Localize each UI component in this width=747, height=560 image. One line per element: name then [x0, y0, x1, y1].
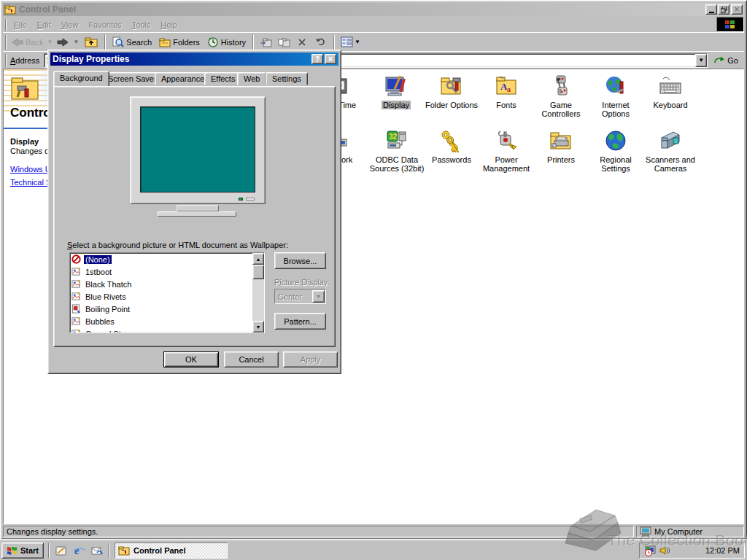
folders-icon [159, 37, 171, 47]
history-icon [207, 36, 219, 47]
cp-icon-keyboard[interactable]: Keyboard [649, 74, 692, 109]
picture-display-combobox[interactable]: Center ▼ [274, 289, 326, 304]
background-tab-page: Select a background picture or HTML docu… [53, 86, 336, 347]
forward-dropdown-chevron[interactable]: ▼ [71, 37, 81, 47]
restore-button[interactable] [718, 4, 729, 15]
dialog-titlebar[interactable]: Display Properties ? × [50, 52, 338, 66]
toolbar-grip[interactable] [5, 35, 7, 50]
quicklaunch-outlook-express[interactable] [88, 543, 104, 558]
address-grip[interactable] [5, 54, 7, 67]
minimize-button[interactable] [705, 4, 717, 15]
tab-background[interactable]: Background [53, 71, 109, 86]
wallpaper-item[interactable]: 1stboot [70, 265, 264, 278]
scroll-down-button[interactable]: ▼ [252, 321, 264, 332]
volume-icon[interactable] [659, 545, 670, 556]
back-dropdown-chevron[interactable]: ▼ [44, 37, 55, 47]
folders-button[interactable]: Folders [155, 36, 204, 49]
cp-icon-passwords[interactable]: Passwords [425, 129, 478, 164]
tab-web[interactable]: Web [237, 72, 266, 85]
display-settings-tray-icon[interactable] [644, 545, 657, 556]
tab-screen-saver[interactable]: Screen Saver [101, 72, 163, 85]
wallpaper-item[interactable]: Black Thatch [70, 278, 264, 290]
views-icon [341, 36, 353, 47]
history-label: History [221, 38, 246, 47]
cp-icon-scanners-cameras[interactable]: Scanners and Cameras [641, 129, 700, 173]
undo-button[interactable] [311, 36, 330, 48]
menu-tools[interactable]: Tools [127, 19, 156, 31]
task-label: Control Panel [133, 546, 186, 555]
help-button[interactable]: ? [311, 54, 323, 64]
up-button[interactable] [81, 35, 101, 49]
cp-icon-folder-options[interactable]: Folder Options [418, 74, 485, 109]
bitmap-icon [71, 316, 81, 326]
quicklaunch-show-desktop[interactable] [53, 543, 69, 558]
wallpaper-item[interactable]: Boiling Point [70, 303, 264, 315]
tab-appearance[interactable]: Appearance [155, 72, 211, 85]
windows-logo-throbber [716, 17, 744, 32]
forward-arrow-icon [57, 37, 69, 47]
cp-icon-fonts[interactable]: Aa Fonts [492, 74, 521, 109]
wallpaper-item-none[interactable]: (None) [70, 253, 264, 265]
cp-icon-power-management[interactable]: Power Management [477, 129, 535, 173]
tab-settings[interactable]: Settings [266, 72, 308, 85]
cp-icon-printers[interactable]: Printers [542, 129, 580, 164]
cp-icon-game-controllers[interactable]: Game Controllers [537, 74, 585, 118]
scroll-thumb[interactable] [252, 265, 264, 279]
wallpaper-item[interactable]: Bubbles [70, 315, 264, 327]
windows-flag-icon [7, 545, 18, 556]
menu-help[interactable]: Help [155, 19, 182, 31]
menu-grip[interactable] [5, 19, 7, 31]
cp-icon-display[interactable]: Display [374, 74, 418, 109]
clock[interactable]: 12:02 PM [705, 546, 740, 555]
delete-button[interactable] [293, 36, 311, 48]
monitor-preview-screen [140, 106, 255, 192]
combobox-dropdown-icon[interactable]: ▼ [312, 290, 325, 303]
go-button[interactable]: Go [708, 55, 744, 65]
forward-button[interactable] [55, 36, 71, 49]
cp-icon-regional-settings[interactable]: Regional Settings [595, 129, 637, 173]
search-icon [112, 36, 124, 47]
copy-to-icon [278, 37, 290, 47]
copy-to-button[interactable] [275, 36, 293, 49]
picture-display-value: Center [275, 292, 312, 301]
menu-view[interactable]: View [56, 19, 84, 31]
menu-file[interactable]: File [9, 19, 32, 31]
quicklaunch-internet-explorer[interactable]: e [71, 543, 87, 558]
wallpaper-item[interactable]: Carved Stone [70, 327, 264, 333]
menu-favorites[interactable]: Favorites [83, 19, 126, 31]
pattern-button[interactable]: Pattern... [274, 313, 326, 330]
browse-button[interactable]: Browse... [274, 252, 326, 269]
tab-effects[interactable]: Effects [204, 72, 241, 85]
power-management-icon [495, 129, 518, 152]
wallpaper-listbox[interactable]: (None) 1stboot Black Thatch Blue Rivets … [69, 252, 265, 333]
cancel-button[interactable]: Cancel [224, 351, 279, 368]
history-button[interactable]: History [204, 35, 249, 49]
bitmap-icon [71, 329, 81, 333]
back-button[interactable]: Back [9, 36, 44, 49]
views-button[interactable]: ▼ [338, 35, 363, 49]
up-folder-icon [85, 36, 98, 47]
svg-text:32: 32 [389, 133, 398, 141]
toolbar: Back ▼ ▼ Search Folders History [3, 32, 744, 51]
delete-x-icon [298, 38, 306, 47]
taskbar-task-control-panel[interactable]: Control Panel [115, 542, 228, 559]
menu-edit[interactable]: Edit [32, 19, 56, 31]
close-icon[interactable]: × [731, 4, 743, 15]
search-button[interactable]: Search [109, 35, 155, 49]
wallpaper-list-scrollbar[interactable]: ▲ ▼ [252, 253, 264, 332]
status-zone-panel: My Computer [636, 526, 744, 537]
ok-button[interactable]: OK [163, 351, 219, 368]
none-icon [71, 254, 81, 264]
cp-icon-internet-options[interactable]: Internet Options [594, 74, 638, 118]
move-to-button[interactable] [257, 36, 275, 49]
dialog-close-icon[interactable]: × [325, 54, 336, 64]
cp-icon-odbc[interactable]: 32 ODBC Data Sources (32bit) [365, 129, 428, 173]
scroll-up-button[interactable]: ▲ [252, 253, 264, 265]
address-dropdown-button[interactable]: ▼ [695, 54, 707, 67]
start-button[interactable]: Start [1, 542, 44, 559]
taskbar: Start e Control Panel 12:02 PM [0, 540, 747, 560]
taskbar-separator [48, 543, 50, 558]
go-arrow-icon [713, 55, 725, 65]
apply-button[interactable]: Apply [283, 351, 338, 368]
wallpaper-item[interactable]: Blue Rivets [70, 290, 264, 303]
